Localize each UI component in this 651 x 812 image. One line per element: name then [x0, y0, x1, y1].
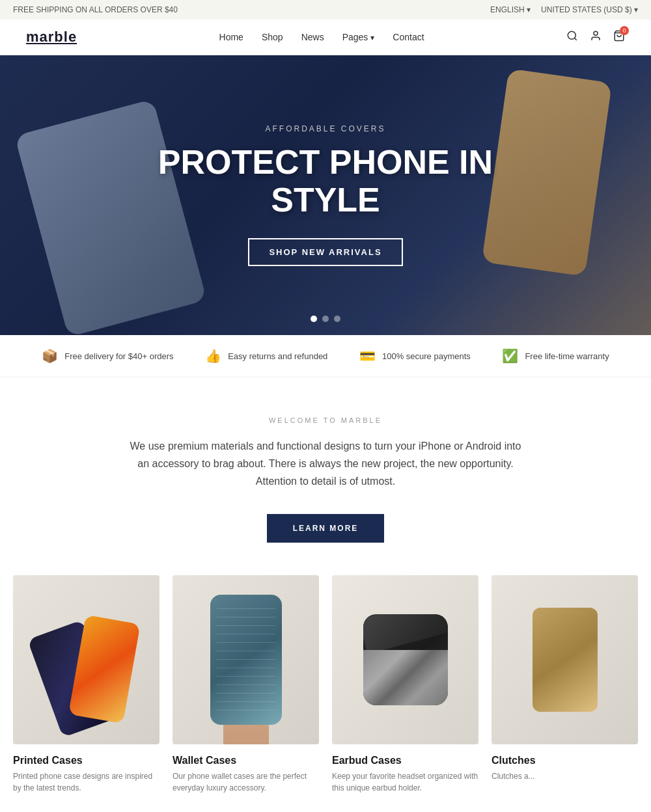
- logo[interactable]: marble: [26, 29, 77, 46]
- earbud-marble-pattern: [363, 650, 448, 705]
- welcome-text: We use premium materials and functional …: [124, 437, 527, 491]
- search-icon[interactable]: [566, 30, 578, 45]
- earbud-cases-visual: [332, 575, 478, 744]
- chevron-down-icon: [370, 32, 374, 42]
- carousel-dot-1[interactable]: [311, 316, 317, 322]
- carousel-dot-3[interactable]: [334, 316, 340, 322]
- returns-icon: 👍: [205, 348, 221, 364]
- category-desc-clutch: Clutches a...: [492, 770, 638, 782]
- announcement-text: FREE SHIPPING ON ALL ORDERS OVER $40: [13, 5, 178, 14]
- nav-home[interactable]: Home: [219, 32, 243, 42]
- category-card-printed[interactable]: Printed Cases Printed phone case designs…: [13, 575, 159, 794]
- category-image-clutch: [492, 575, 638, 744]
- welcome-label: WELCOME TO MARBLE: [124, 416, 527, 424]
- warranty-icon: ✅: [502, 348, 518, 364]
- category-card-wallet[interactable]: Wallet Cases Our phone wallet cases are …: [173, 575, 319, 794]
- announcement-bar: FREE SHIPPING ON ALL ORDERS OVER $40 ENG…: [0, 0, 651, 20]
- category-title-printed: Printed Cases: [13, 755, 159, 766]
- payments-icon: 💳: [359, 348, 376, 364]
- hero-title: PROTECT PHONE IN STYLE: [158, 144, 493, 218]
- carousel-dots[interactable]: [311, 316, 340, 322]
- clutch-shape: [533, 608, 598, 712]
- nav-shop[interactable]: Shop: [262, 32, 283, 42]
- currency-selector[interactable]: UNITED STATES (USD $) ▾: [541, 5, 638, 14]
- feature-returns-text: Easy returns and refunded: [228, 351, 327, 361]
- category-title-clutch: Clutches: [492, 755, 638, 766]
- feature-payments: 💳 100% secure payments: [359, 348, 471, 364]
- feature-returns: 👍 Easy returns and refunded: [205, 348, 327, 364]
- wallet-pattern: [217, 601, 275, 718]
- wallet-cases-visual: [173, 575, 319, 744]
- category-desc-earbud: Keep your favorite headset organized wit…: [332, 770, 478, 794]
- categories-section: Printed Cases Printed phone case designs…: [0, 575, 651, 812]
- main-nav: Home Shop News Pages Contact: [219, 32, 424, 42]
- svg-point-0: [568, 31, 575, 39]
- svg-point-1: [594, 31, 598, 35]
- category-card-clutch[interactable]: Clutches Clutches a...: [492, 575, 638, 794]
- category-desc-wallet: Our phone wallet cases are the perfect e…: [173, 770, 319, 794]
- feature-delivery: 📦 Free delivery for $40+ orders: [42, 348, 173, 364]
- category-title-wallet: Wallet Cases: [173, 755, 319, 766]
- hero-content: AFFORDABLE COVERS PROTECT PHONE IN STYLE…: [158, 124, 493, 265]
- welcome-section: WELCOME TO MARBLE We use premium materia…: [98, 377, 553, 575]
- cart-icon[interactable]: 0: [613, 30, 625, 45]
- hero-cta-button[interactable]: SHOP NEW ARRIVALS: [248, 238, 402, 266]
- feature-payments-text: 100% secure payments: [382, 351, 471, 361]
- learn-more-button[interactable]: LEARN MORE: [267, 514, 385, 543]
- category-card-earbud[interactable]: Earbud Cases Keep your favorite headset …: [332, 575, 478, 794]
- categories-grid: Printed Cases Printed phone case designs…: [13, 575, 638, 794]
- hero-subtitle: AFFORDABLE COVERS: [158, 124, 493, 133]
- category-title-earbud: Earbud Cases: [332, 755, 478, 766]
- earbud-lid: [363, 614, 448, 654]
- printed-cases-visual: [13, 575, 159, 744]
- hero-section: AFFORDABLE COVERS PROTECT PHONE IN STYLE…: [0, 55, 651, 335]
- delivery-icon: 📦: [42, 348, 58, 364]
- account-icon[interactable]: [590, 30, 602, 45]
- feature-delivery-text: Free delivery for $40+ orders: [64, 351, 173, 361]
- header-icons: 0: [566, 30, 625, 45]
- features-bar: 📦 Free delivery for $40+ orders 👍 Easy r…: [0, 335, 651, 377]
- category-image-wallet: [173, 575, 319, 744]
- language-selector[interactable]: ENGLISH ▾: [490, 5, 531, 14]
- carousel-dot-2[interactable]: [322, 316, 329, 322]
- clutch-visual: [492, 575, 638, 744]
- category-desc-printed: Printed phone case designs are inspired …: [13, 770, 159, 794]
- category-image-printed: [13, 575, 159, 744]
- feature-warranty-text: Free life-time warranty: [525, 351, 609, 361]
- category-image-earbud: [332, 575, 478, 744]
- earbud-case-shape: [363, 614, 448, 705]
- feature-warranty: ✅ Free life-time warranty: [502, 348, 609, 364]
- nav-news[interactable]: News: [301, 32, 324, 42]
- wallet-phone: [210, 595, 282, 725]
- cart-badge: 0: [620, 26, 629, 35]
- header: marble Home Shop News Pages Contact 0: [0, 20, 651, 55]
- nav-contact[interactable]: Contact: [393, 32, 424, 42]
- lang-currency-controls[interactable]: ENGLISH ▾ UNITED STATES (USD $) ▾: [490, 5, 638, 14]
- nav-pages[interactable]: Pages: [342, 32, 375, 42]
